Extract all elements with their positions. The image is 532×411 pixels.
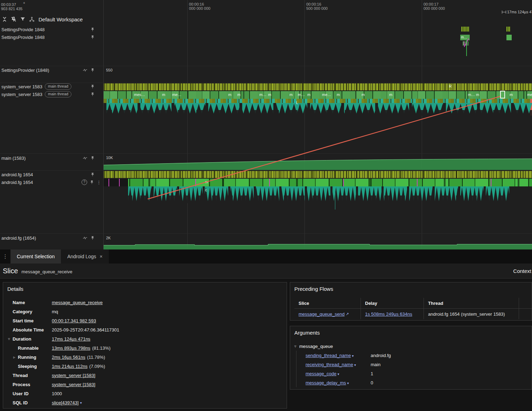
workspace-icon[interactable]	[29, 16, 35, 22]
flow-delay-link[interactable]: 1s 508ms 249µs 634ns	[365, 311, 412, 317]
track-row-main-process[interactable]: main (1583)	[0, 155, 103, 162]
argument-name-link[interactable]: message_code	[306, 371, 336, 376]
detail-label: SQL ID	[13, 400, 52, 405]
sparse-slice-region[interactable]	[104, 179, 128, 186]
process-link[interactable]: system_server [1583]	[52, 382, 95, 387]
start-time-link[interactable]: 00:00:17.341 982 593	[52, 318, 96, 323]
sql-id-link[interactable]: slice[439743]	[52, 400, 79, 405]
workspace-name[interactable]: Default Workspace	[38, 16, 83, 22]
track-menu-icon[interactable]: ⋮	[97, 180, 101, 185]
argument-group-row[interactable]: ▿ message_queue	[294, 342, 528, 351]
selection-kind: Slice	[3, 267, 18, 275]
slice-label: m	[362, 93, 365, 97]
show-graph-icon[interactable]	[82, 68, 88, 73]
slice[interactable]: m…	[460, 35, 470, 40]
androidfg-thread-state-flames[interactable]	[126, 186, 511, 203]
column-header-delay: Delay	[361, 298, 424, 308]
detail-row-sql-id: SQL ID slice[439743] ▾	[8, 398, 284, 407]
thread-state-flames[interactable]	[104, 103, 532, 116]
pin-icon[interactable]	[90, 156, 95, 160]
track-row-settingsprovide-2[interactable]: SettingsProvide 1848	[0, 34, 103, 41]
slice-label: m…	[259, 93, 266, 97]
chevron-down-icon[interactable]: ▿	[294, 344, 299, 349]
running-link[interactable]: 2ms 16µs 561ns	[52, 355, 85, 360]
track-row-settingsprovider-process[interactable]: SettingsProvider (1848)	[0, 67, 103, 74]
track-separator	[0, 233, 532, 234]
help-icon[interactable]: ?	[82, 179, 87, 185]
detail-label: Process	[13, 382, 52, 387]
chevron-down-icon[interactable]: ▿	[8, 337, 13, 341]
caret-down-icon[interactable]: ▾	[337, 372, 339, 376]
arguments-tree: ▿ message_queue sending_thread_name▾ and…	[294, 342, 528, 387]
pin-icon[interactable]	[90, 35, 95, 40]
counter-chart-main[interactable]	[104, 154, 532, 170]
detail-row-name: Name message_queue_receive	[8, 298, 284, 307]
percentage: (11.78%)	[87, 355, 105, 360]
pin-icon[interactable]	[90, 236, 95, 240]
pin-icon[interactable]	[90, 92, 95, 97]
tab-android-logs[interactable]: Android Logs ×	[61, 249, 109, 263]
track-label: android.fg (1654)	[1, 235, 36, 241]
pin-icon[interactable]	[90, 68, 95, 73]
detail-label: Start time	[13, 318, 52, 323]
slice-group[interactable]	[461, 27, 469, 32]
open-in-new-icon[interactable]: ↗	[346, 312, 349, 316]
drawer-menu-icon[interactable]: ⋮	[0, 249, 10, 263]
androidfg-slice-track-1[interactable]	[104, 171, 532, 178]
unpin-all-icon[interactable]	[10, 16, 17, 22]
track-row-system-server-1[interactable]: system_server 1583 main thread	[0, 83, 103, 90]
tab-current-selection[interactable]: Current Selection	[10, 249, 61, 263]
argument-name-link[interactable]: receiving_thread_name	[306, 362, 353, 367]
detail-row-running: ▹ Running 2ms 16µs 561ns (11.78%)	[8, 352, 284, 362]
runnable-link[interactable]: 13ms 893µs 798ns	[52, 345, 90, 351]
preceding-flows-table: Slice Delay Thread message_queue_send ↗ …	[294, 298, 532, 319]
sleeping-link[interactable]: 1ms 214µs 112ns	[52, 364, 88, 369]
argument-name-link[interactable]: message_delay_ms	[306, 380, 346, 385]
pin-icon[interactable]	[90, 27, 95, 32]
timeline-area[interactable]: 00:03:37 + 903 821 435 00:00:16 000 000 …	[0, 0, 532, 249]
track-row-androidfg-2[interactable]: android.fg 1654 ? ⋮	[0, 179, 103, 186]
slice-label: me	[527, 93, 532, 97]
caret-down-icon[interactable]: ▾	[347, 381, 349, 385]
ruler-plus: +	[23, 1, 25, 5]
duration-link[interactable]: 17ms 124µs 471ns	[52, 336, 90, 342]
slice-name-link[interactable]: message_queue_receive	[52, 300, 103, 305]
track-row-system-server-2[interactable]: system_server 1583 main thread	[0, 91, 103, 98]
detail-value: 1000	[52, 391, 62, 396]
thread-link[interactable]: system_server [1583]	[52, 373, 95, 378]
androidfg-slice-track-2[interactable]	[104, 179, 532, 186]
counter-chart-androidfg[interactable]	[104, 234, 532, 249]
show-graph-icon[interactable]	[82, 156, 88, 160]
track-row-settingsprovide-1[interactable]: SettingsProvide 1848	[0, 26, 103, 33]
close-icon[interactable]: ×	[100, 254, 103, 259]
selection-duration-text: 17ms 124µs 471	[507, 10, 532, 14]
detail-row-runnable: Runnable 13ms 893µs 798ns (81.13%)	[8, 343, 284, 352]
detail-label: Absolute Time	[13, 327, 52, 333]
track-row-androidfg-1[interactable]: android.fg 1654	[0, 171, 103, 178]
pin-icon[interactable]	[90, 84, 95, 89]
slice[interactable]	[506, 35, 512, 40]
slice-label: L	[296, 101, 298, 105]
detail-row-absolute-time: Absolute Time 2025-09-25T20:47:06.364117…	[8, 325, 284, 334]
caret-down-icon[interactable]: ▾	[354, 363, 356, 367]
pin-icon[interactable]	[90, 180, 94, 185]
show-graph-icon[interactable]	[82, 235, 88, 240]
slice-group[interactable]	[463, 41, 469, 46]
system-server-slice-track-1[interactable]	[104, 83, 532, 90]
filter-icon[interactable]	[20, 16, 26, 22]
slice-label: c	[205, 188, 207, 192]
track-row-androidfg-process[interactable]: android.fg (1654)	[0, 234, 103, 241]
flow-slice-link[interactable]: message_queue_send	[299, 311, 345, 317]
caret-down-icon[interactable]: ▾	[352, 354, 354, 358]
collapse-tracks-icon[interactable]	[1, 16, 8, 22]
chevron-right-icon[interactable]: ▹	[13, 355, 18, 359]
selected-slice[interactable]	[500, 91, 505, 98]
caret-down-icon[interactable]: ▾	[80, 401, 82, 405]
detail-row-sleeping: Sleeping 1ms 214µs 112ns (7.09%)	[8, 362, 284, 371]
argument-name-link[interactable]: sending_thread_name	[306, 353, 351, 358]
context-label[interactable]: Context	[513, 268, 531, 274]
slice-label: m	[205, 180, 208, 184]
slice-group[interactable]	[506, 27, 510, 32]
thread-state-strip[interactable]	[104, 99, 532, 103]
pin-icon[interactable]	[90, 172, 95, 177]
